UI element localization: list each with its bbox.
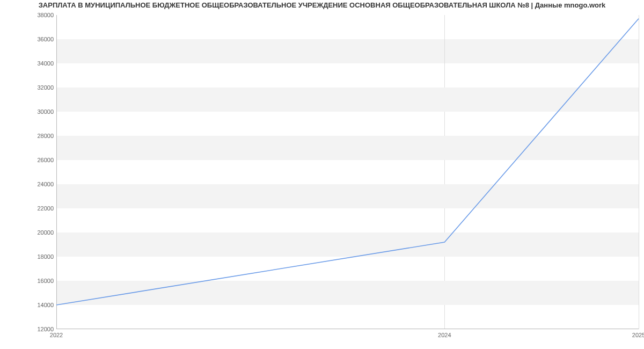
y-tick-label: 36000 (3, 36, 54, 42)
y-tick-label: 34000 (3, 60, 54, 67)
x-tick-label: 2024 (438, 332, 451, 338)
chart-title: ЗАРПЛАТА В МУНИЦИПАЛЬНОЕ БЮДЖЕТНОЕ ОБЩЕО… (0, 1, 644, 9)
y-tick-label: 38000 (3, 12, 54, 18)
y-tick-label: 16000 (3, 278, 54, 284)
line-layer (56, 15, 639, 329)
y-tick-label: 28000 (3, 133, 54, 139)
plot-area (56, 15, 639, 329)
y-tick-label: 30000 (3, 108, 54, 115)
x-tick-label: 2025 (632, 332, 644, 338)
y-tick-label: 22000 (3, 205, 54, 212)
series-line (56, 19, 639, 305)
x-gridline (639, 15, 639, 329)
y-tick-label: 26000 (3, 157, 54, 163)
y-tick-label: 32000 (3, 84, 54, 91)
y-tick-label: 20000 (3, 229, 54, 236)
y-tick-label: 12000 (3, 326, 54, 332)
y-tick-label: 14000 (3, 302, 54, 308)
y-tick-label: 18000 (3, 253, 54, 260)
x-tick-label: 2022 (50, 332, 63, 338)
y-tick-label: 24000 (3, 181, 54, 187)
chart-container: ЗАРПЛАТА В МУНИЦИПАЛЬНОЕ БЮДЖЕТНОЕ ОБЩЕО… (0, 0, 644, 349)
